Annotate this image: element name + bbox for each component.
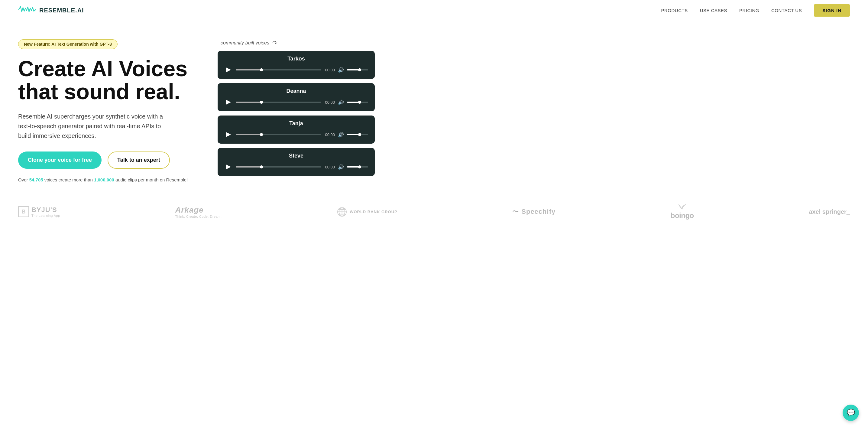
hero-left: New Feature: AI Text Generation with GPT… — [18, 39, 199, 182]
sign-in-button[interactable]: SIGN IN — [814, 4, 850, 17]
volume-bar-deanna[interactable] — [347, 102, 368, 103]
volume-fill-steve — [347, 166, 360, 168]
stats-text: Over 54,705 voices create more than 1,00… — [18, 177, 199, 182]
volume-dot-tarkos — [358, 68, 361, 71]
progress-dot-tanja — [260, 133, 263, 136]
arkage-name: Arkage — [175, 205, 221, 215]
logo-text: RESEMBLE.AI — [39, 7, 84, 14]
play-button-tanja[interactable] — [224, 130, 233, 139]
progress-fill-tarkos — [236, 69, 261, 70]
volume-dot-steve — [358, 165, 361, 168]
talk-to-expert-button[interactable]: Talk to an expert — [107, 151, 170, 169]
audio-card-steve: Steve 00:00 🔊 — [218, 148, 375, 176]
progress-bar-deanna[interactable] — [236, 102, 321, 103]
main-nav: PRODUCTS USE CASES PRICING CONTACT US SI… — [661, 4, 850, 17]
voice-name-tanja: Tanja — [224, 120, 368, 127]
stats-pre: Over — [18, 177, 29, 182]
volume-fill-tarkos — [347, 69, 360, 70]
volume-dot-deanna — [358, 101, 361, 104]
play-icon-tarkos — [226, 67, 231, 72]
progress-dot-tarkos — [260, 68, 263, 71]
hero-section: New Feature: AI Text Generation with GPT… — [0, 21, 868, 195]
community-label-text: community built voices — [221, 40, 269, 46]
nav-pricing[interactable]: PRICING — [739, 8, 759, 13]
volume-bar-tarkos[interactable] — [347, 69, 368, 70]
hero-title: Create AI Voices that sound real. — [18, 57, 199, 103]
play-button-deanna[interactable] — [224, 98, 233, 107]
progress-dot-steve — [260, 165, 263, 168]
hero-description: Resemble AI supercharges your synthetic … — [18, 112, 175, 141]
audio-card-tanja: Tanja 00:00 🔊 — [218, 116, 375, 144]
audio-controls-tarkos: 00:00 🔊 — [224, 66, 368, 74]
byjus-name: BYJU'S — [31, 206, 60, 214]
boingo-name: boingo — [671, 211, 694, 220]
arkage-sub: Think. Create. Code. Dream. — [175, 215, 221, 218]
community-label: community built voices ↷ — [221, 39, 375, 47]
logo-speechify: 〜 Speechify — [512, 207, 556, 216]
header: RESEMBLE.AI PRODUCTS USE CASES PRICING C… — [0, 0, 868, 21]
play-icon-steve — [226, 165, 231, 169]
community-arrow-icon: ↷ — [272, 39, 277, 47]
play-button-tarkos[interactable] — [224, 66, 233, 74]
audio-controls-steve: 00:00 🔊 — [224, 163, 368, 171]
logo-arkage: Arkage Think. Create. Code. Dream. — [175, 205, 221, 218]
speechify-name: Speechify — [521, 208, 556, 216]
byjus-icon: B — [18, 206, 29, 217]
audio-card-deanna: Deanna 00:00 🔊 — [218, 83, 375, 111]
voice-name-steve: Steve — [224, 153, 368, 159]
volume-fill-deanna — [347, 102, 360, 103]
feature-badge[interactable]: New Feature: AI Text Generation with GPT… — [18, 39, 118, 49]
progress-fill-steve — [236, 166, 261, 168]
axelspringer-name: axel springer_ — [809, 208, 850, 215]
byjus-sub: The Learning App — [31, 214, 60, 218]
progress-bar-steve[interactable] — [236, 166, 321, 168]
volume-icon-steve[interactable]: 🔊 — [338, 164, 344, 170]
hero-title-line2: that sound real. — [18, 80, 180, 104]
volume-icon-tanja[interactable]: 🔊 — [338, 132, 344, 138]
hero-right: community built voices ↷ Tarkos 00:00 🔊 — [218, 39, 375, 180]
boingo-wifi-icon — [671, 203, 694, 211]
nav-products[interactable]: PRODUCTS — [661, 8, 688, 13]
volume-icon-tarkos[interactable]: 🔊 — [338, 67, 344, 73]
logos-section: B BYJU'S The Learning App Arkage Think. … — [0, 195, 868, 232]
play-button-steve[interactable] — [224, 163, 233, 171]
volume-icon-deanna[interactable]: 🔊 — [338, 99, 344, 105]
time-deanna: 00:00 — [324, 100, 335, 105]
logo-boingo: boingo — [671, 203, 694, 220]
stats-mid: voices create more than — [43, 177, 94, 182]
stats-voices: 54,705 — [29, 177, 43, 182]
stats-clips: 1,000,000 — [94, 177, 114, 182]
progress-bar-tanja[interactable] — [236, 134, 321, 135]
logo-worldbank: 🌐 WORLD BANK GROUP — [337, 207, 397, 217]
audio-controls-deanna: 00:00 🔊 — [224, 98, 368, 107]
clone-voice-button[interactable]: Clone your voice for free — [18, 151, 101, 169]
nav-contact-us[interactable]: CONTACT US — [771, 8, 802, 13]
time-tanja: 00:00 — [324, 133, 335, 137]
logo-wave-icon — [18, 5, 36, 16]
worldbank-globe-icon: 🌐 — [337, 207, 347, 217]
time-steve: 00:00 — [324, 165, 335, 169]
volume-bar-tanja[interactable] — [347, 134, 368, 135]
play-icon-deanna — [226, 100, 231, 105]
volume-fill-tanja — [347, 134, 360, 135]
voice-name-tarkos: Tarkos — [224, 56, 368, 62]
audio-card-tarkos: Tarkos 00:00 🔊 — [218, 51, 375, 79]
nav-use-cases[interactable]: USE CASES — [700, 8, 727, 13]
volume-bar-steve[interactable] — [347, 166, 368, 168]
hero-buttons: Clone your voice for free Talk to an exp… — [18, 151, 199, 169]
volume-dot-tanja — [358, 133, 361, 136]
voice-name-deanna: Deanna — [224, 88, 368, 94]
progress-bar-tarkos[interactable] — [236, 69, 321, 70]
time-tarkos: 00:00 — [324, 68, 335, 72]
progress-fill-tanja — [236, 134, 261, 135]
progress-dot-deanna — [260, 101, 263, 104]
worldbank-name: WORLD BANK GROUP — [350, 209, 397, 214]
stats-post: audio clips per month on Resemble! — [114, 177, 188, 182]
progress-fill-deanna — [236, 102, 261, 103]
logo-byjus: B BYJU'S The Learning App — [18, 206, 60, 218]
audio-controls-tanja: 00:00 🔊 — [224, 130, 368, 139]
logo-axelspringer: axel springer_ — [809, 208, 850, 215]
hero-title-line1: Create AI Voices — [18, 57, 187, 81]
logo[interactable]: RESEMBLE.AI — [18, 5, 84, 16]
play-icon-tanja — [226, 132, 231, 137]
